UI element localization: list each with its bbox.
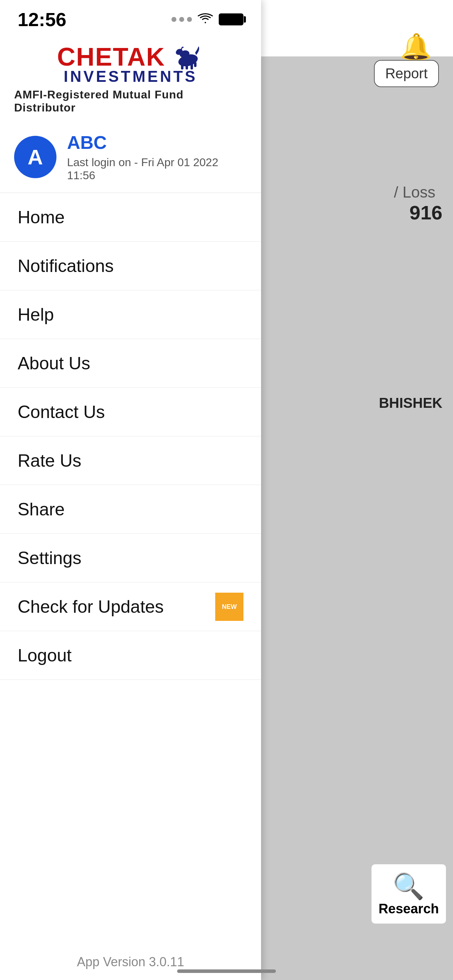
- bg-report-button: Report: [374, 60, 439, 87]
- sidebar-item-contact-us[interactable]: Contact Us: [0, 388, 261, 436]
- logo-horse-icon: [168, 43, 204, 71]
- sidebar-item-about-us[interactable]: About Us: [0, 339, 261, 388]
- bg-bell-icon: 🔔: [400, 32, 432, 62]
- user-profile: A ABC Last login on - Fri Apr 01 2022 11…: [0, 125, 261, 192]
- status-time: 12:56: [17, 8, 66, 30]
- logo-tagline: AMFI-Registered Mutual Fund Distributor: [14, 88, 247, 114]
- menu-item-label-check-for-updates: Check for Updates: [17, 597, 164, 617]
- bg-research-icon: 🔍: [393, 871, 424, 901]
- status-icons: [172, 11, 243, 28]
- new-badge: NEW: [215, 593, 243, 621]
- menu-item-label-notifications: Notifications: [17, 256, 114, 276]
- logo-area: CHETAK: [0, 35, 261, 125]
- bg-research-button: 🔍 Research: [372, 864, 446, 924]
- bg-research-label: Research: [378, 901, 439, 916]
- menu-item-label-logout: Logout: [17, 645, 72, 666]
- logo-chetak: CHETAK: [57, 42, 165, 71]
- dot-2: [179, 17, 184, 22]
- menu-item-label-share: Share: [17, 499, 65, 520]
- logo-investments: INVESTMENTS: [64, 68, 197, 85]
- sidebar-item-notifications[interactable]: Notifications: [0, 242, 261, 290]
- sidebar-item-rate-us[interactable]: Rate Us: [0, 436, 261, 485]
- svg-rect-5: [194, 62, 197, 67]
- bg-loss-label: / Loss: [394, 183, 436, 201]
- menu-item-label-settings: Settings: [17, 548, 81, 568]
- user-last-login: Last login on - Fri Apr 01 2022 11:56: [67, 156, 247, 182]
- menu-item-label-contact-us: Contact Us: [17, 402, 105, 422]
- home-indicator: [177, 969, 276, 973]
- svg-text:NEW: NEW: [222, 603, 237, 610]
- status-bar: 12:56: [0, 0, 261, 35]
- drawer: 12:56 CHETAK: [0, 0, 261, 980]
- menu-list: Home Notifications Help About Us Contact…: [0, 193, 261, 944]
- dot-1: [172, 17, 176, 22]
- logo-text-row: CHETAK: [57, 42, 204, 71]
- avatar: A: [14, 136, 56, 178]
- menu-item-label-rate-us: Rate Us: [17, 450, 81, 471]
- user-name: ABC: [67, 132, 247, 153]
- sidebar-item-settings[interactable]: Settings: [0, 534, 261, 582]
- bg-username: BHISHEK: [379, 395, 442, 411]
- new-badge-icon: NEW: [215, 593, 243, 621]
- menu-item-label-home: Home: [17, 207, 65, 228]
- user-info: ABC Last login on - Fri Apr 01 2022 11:5…: [67, 132, 247, 182]
- sidebar-item-help[interactable]: Help: [0, 290, 261, 339]
- dot-3: [187, 17, 192, 22]
- menu-item-label-help: Help: [17, 304, 54, 325]
- sidebar-item-check-for-updates[interactable]: Check for Updates NEW: [0, 582, 261, 631]
- sidebar-item-share[interactable]: Share: [0, 485, 261, 534]
- sidebar-item-logout[interactable]: Logout: [0, 631, 261, 680]
- sidebar-item-home[interactable]: Home: [0, 193, 261, 242]
- menu-item-label-about-us: About Us: [17, 353, 90, 374]
- logo-container: CHETAK: [14, 42, 247, 114]
- app-version: App Version 3.0.11: [0, 944, 261, 980]
- battery-icon: [219, 13, 243, 25]
- wifi-icon: [197, 11, 213, 28]
- bg-loss-value: 916: [410, 201, 442, 224]
- signal-dots: [172, 17, 192, 22]
